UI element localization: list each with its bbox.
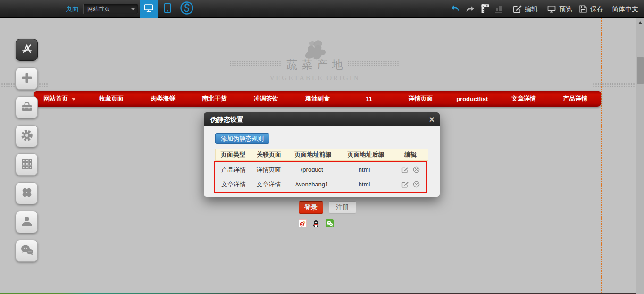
nav-item[interactable]: 产品详情 xyxy=(550,94,601,103)
table-row: 产品详情 详情页面 /product html xyxy=(215,162,426,177)
dotted-divider xyxy=(593,82,636,87)
edit-button[interactable]: 编辑 xyxy=(513,4,538,15)
mobile-view-button[interactable] xyxy=(159,0,176,18)
cell-url-prefix: /wenzhang1 xyxy=(286,181,338,188)
dialog-header[interactable]: 伪静态设置 × xyxy=(204,112,440,126)
nav-item-label: productlist xyxy=(456,95,488,102)
sidebar-item-design[interactable] xyxy=(16,39,38,61)
column-header: 编辑 xyxy=(393,149,428,160)
app-design-icon xyxy=(20,42,33,58)
cell-linked-page: 详情页面 xyxy=(250,166,286,174)
nav-item[interactable]: 11 xyxy=(343,95,395,102)
redo-button[interactable] xyxy=(465,4,475,15)
page-select-value: 网站首页 xyxy=(87,6,110,12)
sidebar-item-plugins[interactable] xyxy=(16,182,38,204)
close-icon[interactable]: × xyxy=(429,114,435,125)
monitor-icon xyxy=(143,3,154,15)
preview-button-label: 预览 xyxy=(559,5,572,14)
site-logo-title: 蔬菜产地 xyxy=(0,58,629,72)
phone-icon xyxy=(164,2,171,16)
edit-row-icon[interactable] xyxy=(401,166,409,173)
nav-item[interactable]: 冲调茶饮 xyxy=(240,94,292,103)
column-header: 页面地址前缀 xyxy=(287,149,339,160)
share-circle-button[interactable] xyxy=(177,0,196,18)
table-row: 文章详情 文章详情 /wenzhang1 html xyxy=(215,177,426,192)
ruler-button[interactable] xyxy=(479,4,490,15)
top-toolbar: 页面 网站首页 编辑 预览 xyxy=(0,0,644,18)
editor-canvas: 蔬菜产地 VEGETABLE ORIGIN 网站首页 收藏页面 肉类海鲜 南北干… xyxy=(0,18,644,294)
circle-link-icon xyxy=(180,1,194,17)
nav-item[interactable]: 文章详情 xyxy=(498,94,549,103)
weibo-icon[interactable] xyxy=(299,219,307,227)
scrollbar-thumb[interactable] xyxy=(637,57,644,84)
member-person-icon xyxy=(21,215,33,229)
nav-item-label: 冲调茶饮 xyxy=(254,95,278,102)
cell-page-type: 文章详情 xyxy=(215,180,250,189)
undo-icon xyxy=(450,4,460,15)
sidebar-item-member[interactable] xyxy=(16,211,38,233)
dialog-body: 添加伪静态规则 页面类型 关联页面 页面地址前缀 页面地址后缀 编辑 产品详情 … xyxy=(204,126,440,197)
column-header: 页面地址后缀 xyxy=(339,149,393,160)
cell-url-prefix: /product xyxy=(286,166,338,173)
add-rule-button[interactable]: 添加伪静态规则 xyxy=(215,133,269,144)
redo-icon xyxy=(465,5,475,14)
page-label: 页面 xyxy=(66,5,79,13)
sidebar-item-settings[interactable] xyxy=(16,125,38,147)
nav-item-label: 网站首页 xyxy=(43,95,68,102)
chevron-down-icon xyxy=(71,98,76,101)
undo-button[interactable] xyxy=(450,4,460,15)
nav-item-home[interactable]: 网站首页 xyxy=(34,94,85,103)
register-button[interactable]: 注册 xyxy=(329,201,356,214)
delete-row-icon[interactable] xyxy=(413,166,420,173)
wechat-icon xyxy=(20,244,34,258)
sidebar-item-add[interactable] xyxy=(16,67,38,90)
rule-table-header: 页面类型 关联页面 页面地址前缀 页面地址后缀 编辑 xyxy=(215,149,428,161)
cell-url-suffix: html xyxy=(338,181,391,188)
cell-linked-page: 文章详情 xyxy=(250,180,286,189)
cell-page-type: 产品详情 xyxy=(215,166,250,174)
nav-item-label: 产品详情 xyxy=(563,95,587,102)
language-button[interactable]: 简体中文 xyxy=(612,5,638,14)
save-button-label: 保存 xyxy=(590,5,603,14)
delete-row-icon[interactable] xyxy=(413,181,420,188)
column-header: 关联页面 xyxy=(251,149,287,160)
add-icon xyxy=(21,72,33,86)
nav-item-label: 收藏页面 xyxy=(99,95,124,102)
page-select[interactable]: 网站首页 xyxy=(83,4,138,14)
nav-item[interactable]: 南北干货 xyxy=(189,94,240,103)
preview-button[interactable]: 预览 xyxy=(547,4,572,15)
sidebar-item-modules[interactable] xyxy=(16,153,38,176)
site-logo-subtitle: VEGETABLE ORIGIN xyxy=(0,74,629,82)
settings-gear-icon xyxy=(20,129,33,144)
nav-item[interactable]: 肉类海鲜 xyxy=(137,94,189,103)
sidebar-item-wechat[interactable] xyxy=(16,240,38,262)
nav-item-label: 南北干货 xyxy=(202,95,226,102)
nav-item[interactable]: productlist xyxy=(446,95,498,102)
nav-item-label: 详情页面 xyxy=(408,95,433,102)
cell-url-suffix: html xyxy=(338,166,391,173)
rule-rows-highlight-box: 产品详情 详情页面 /product html 文章详情 文章详情 xyxy=(214,161,427,193)
sidebar-item-toolbox[interactable] xyxy=(16,96,38,118)
scroll-up-arrow-icon[interactable] xyxy=(638,21,642,24)
nav-item[interactable]: 粮油副食 xyxy=(292,94,343,103)
desktop-view-button[interactable] xyxy=(140,0,158,18)
wechat-icon[interactable] xyxy=(326,219,334,227)
site-nav-bar: 网站首页 收藏页面 肉类海鲜 南北干货 冲调茶饮 粮油副食 11 详情页面 pr… xyxy=(34,91,601,107)
nav-item-label: 11 xyxy=(366,95,372,102)
dialog-title: 伪静态设置 xyxy=(204,112,440,126)
nav-item-label: 文章详情 xyxy=(511,95,536,102)
nav-item-label: 肉类海鲜 xyxy=(151,95,175,102)
vertical-scrollbar[interactable] xyxy=(636,18,644,294)
app-root: 页面 网站首页 编辑 预览 xyxy=(0,0,644,294)
nav-item[interactable]: 收藏页面 xyxy=(85,94,137,103)
qq-icon[interactable] xyxy=(312,219,320,227)
pencil-square-icon xyxy=(513,4,522,15)
edit-row-icon[interactable] xyxy=(401,181,409,188)
nav-item[interactable]: 详情页面 xyxy=(395,94,446,103)
save-button[interactable]: 保存 xyxy=(579,4,603,15)
column-header: 页面类型 xyxy=(216,149,251,160)
stats-icon xyxy=(494,4,504,15)
login-button[interactable]: 登录 xyxy=(299,201,323,214)
plugin-clover-icon xyxy=(21,186,33,201)
ruler-icon xyxy=(479,3,490,16)
